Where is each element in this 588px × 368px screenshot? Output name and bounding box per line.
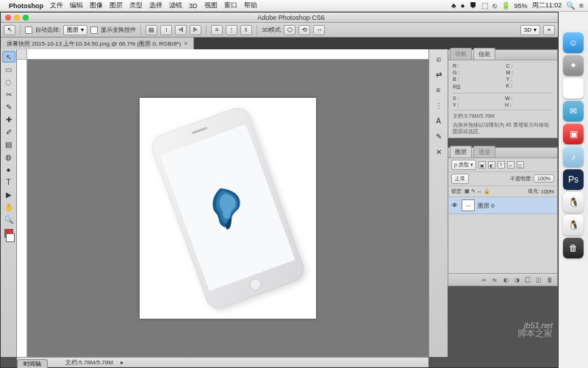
lock-icon[interactable]: 🔒 [484,188,490,194]
dodge-tool[interactable]: ● [2,163,15,175]
filter-icon[interactable]: ◫ [517,161,524,169]
eyedropper-tool[interactable]: ✎ [2,101,15,113]
3d-button[interactable]: ⟲ [298,25,310,35]
app-icon[interactable]: ✉ [563,101,584,121]
filter-icon[interactable]: T [498,161,505,169]
menu-window[interactable]: 窗口 [224,1,237,10]
gradient-tool[interactable]: ◍ [2,151,15,163]
history-icon[interactable]: ⎚ [432,52,445,66]
brush-tool[interactable]: ✐ [2,126,15,138]
calendar-icon[interactable]: 18 [563,78,584,99]
canvas-viewport[interactable] [27,60,429,357]
ruler-vertical[interactable] [17,60,27,357]
panel-icon[interactable]: ✕ [432,145,445,158]
app-icon[interactable]: ▣ [563,124,584,144]
spotlight-icon[interactable]: 🔍 [566,1,575,10]
crop-tool[interactable]: ✂ [2,88,15,100]
auto-select-dropdown[interactable]: 图层▾ [63,25,87,35]
layer-filter-select[interactable]: p 类型 ▾ [451,160,476,170]
distribute-button[interactable]: ≡ [211,25,223,35]
timeline-tab[interactable]: 时间轴 [17,359,48,368]
workspace-select[interactable]: 3D▾ [520,25,540,35]
search-button[interactable]: » [543,25,555,35]
distribute-button[interactable]: ⫴ [240,25,252,35]
layer-row[interactable]: 👁 ▭ 图层 0 [448,197,557,214]
heal-tool[interactable]: ✚ [2,113,15,125]
adjustment-icon[interactable]: ◑ [512,275,521,284]
app-icon[interactable]: ♪ [563,146,584,167]
visibility-icon[interactable]: 👁 [451,202,459,209]
hand-tool[interactable]: ✋ [2,201,15,213]
lasso-tool[interactable]: ◌ [2,76,15,88]
menu-help[interactable]: 帮助 [244,1,257,10]
close-icon[interactable]: × [184,40,187,47]
chevron-right-icon[interactable]: ▸ [121,359,123,366]
align-button[interactable]: ⫷ [175,25,187,35]
channels-tab[interactable]: 通道 [473,146,495,158]
minimize-button[interactable] [14,15,20,21]
ruler-horizontal[interactable] [27,49,429,60]
link-layers-icon[interactable]: ∞ [479,275,488,284]
navigator-tab[interactable]: 导航 [450,48,472,60]
lock-icon[interactable]: ✎ [471,188,476,194]
layer-thumb[interactable]: ▭ [462,199,475,211]
filter-icon[interactable]: ▱ [507,161,514,169]
menu-layer[interactable]: 图层 [110,1,123,10]
3d-button[interactable]: ⬡ [284,25,295,35]
path-tool[interactable]: ▶ [2,188,15,200]
auto-select-checkbox[interactable] [25,26,32,34]
blend-mode-select[interactable]: 正常 [451,174,469,184]
fx-icon[interactable]: fx [490,275,499,284]
notif-icon[interactable]: ≡ [579,1,584,10]
properties-icon[interactable]: ≡ [432,83,445,96]
close-button[interactable] [5,15,11,21]
type-tool[interactable]: T [2,176,15,188]
panel-icon[interactable]: ⋮ [432,99,445,112]
document-canvas[interactable] [140,98,316,319]
menu-image[interactable]: 图像 [90,1,103,10]
move-tool[interactable]: ↖ [2,51,15,63]
fill-input[interactable]: 100% [541,189,554,194]
zoom-button[interactable] [23,15,29,21]
menu-filter[interactable]: 滤镜 [169,1,182,10]
character-icon[interactable]: A [432,114,445,127]
align-button[interactable]: ⫶ [160,25,172,35]
layers-tab[interactable]: 图层 [450,146,472,158]
app-menu[interactable]: Photoshop [9,2,43,10]
background-color[interactable] [6,233,15,242]
tool-preset-button[interactable]: ↖ [4,25,15,35]
qq-icon[interactable]: 🐧 [563,215,584,236]
menu-view[interactable]: 视图 [204,1,218,10]
layers-empty-area[interactable] [448,214,557,273]
qq-icon[interactable]: 🐧 [563,192,584,213]
photoshop-icon[interactable]: Ps [563,169,584,190]
menu-edit[interactable]: 编辑 [70,1,83,10]
finder-icon[interactable]: ☺ [563,32,584,53]
actions-icon[interactable]: ⇄ [432,68,445,81]
lock-icon[interactable]: ▦ [465,188,470,194]
trash-icon[interactable]: 🗑 [563,238,584,258]
filter-icon[interactable]: ◐ [488,161,495,169]
trash-icon[interactable]: 🗑 [545,275,554,284]
lock-icon[interactable]: ↔ [477,189,482,194]
folder-icon[interactable]: ⿴ [523,275,532,284]
color-swatch[interactable] [3,229,15,242]
info-tab[interactable]: 信息 [473,48,495,60]
brush-panel-icon[interactable]: ✎ [432,130,445,143]
filter-icon[interactable]: ▣ [478,161,486,169]
show-transform-checkbox[interactable] [90,26,98,34]
align-button[interactable]: ⫸ [190,25,201,35]
distribute-button[interactable]: ⋮ [226,25,237,35]
menu-type[interactable]: 类型 [129,1,143,10]
menu-file[interactable]: 文件 [50,1,63,10]
opacity-input[interactable]: 100% [534,174,554,183]
menu-3d[interactable]: 3D [189,2,198,10]
doc-tab[interactable]: 屏幕快照 2015-10-13 上午10.34.50.png @ 66.7% (… [1,38,194,49]
zoom-tool[interactable]: 🔍 [2,213,15,225]
menu-select[interactable]: 选择 [149,1,162,10]
stamp-tool[interactable]: ▤ [2,138,15,150]
align-button[interactable]: ▤ [146,25,157,35]
new-layer-icon[interactable]: ◫ [534,275,543,284]
3d-button[interactable]: ↔ [313,25,325,35]
safari-icon[interactable]: ✦ [563,55,584,76]
